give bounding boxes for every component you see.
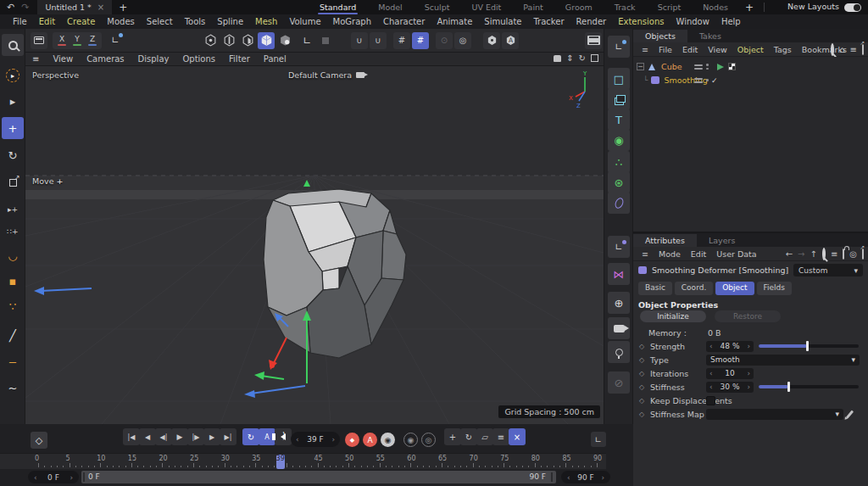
- layout-tab-nodes[interactable]: Nodes: [693, 1, 738, 14]
- om-menu-tags[interactable]: Tags: [769, 45, 797, 54]
- menu-volume[interactable]: Volume: [283, 17, 326, 26]
- texture-mode-button[interactable]: [276, 32, 293, 49]
- attr-target-icon[interactable]: ◎: [849, 249, 857, 259]
- layout-tab-uv-edit[interactable]: UV Edit: [461, 1, 511, 14]
- model-mode-button[interactable]: [258, 32, 275, 49]
- document-tab[interactable]: Untitled 1 * ×: [37, 0, 112, 14]
- menu-select[interactable]: Select: [141, 17, 179, 26]
- tree-row-cube[interactable]: − Cube: [633, 60, 868, 73]
- tweak-selection-tool[interactable]: ▸: [2, 90, 24, 112]
- auto-snap-button[interactable]: A: [502, 32, 519, 49]
- workplane-mode-button[interactable]: [317, 32, 334, 49]
- slider-handle[interactable]: [787, 382, 790, 392]
- increment-icon[interactable]: ›: [747, 342, 750, 350]
- axis-ring-button[interactable]: ◎: [454, 32, 471, 49]
- axis-center-button[interactable]: ⊙: [436, 32, 453, 49]
- layout-tab-groom[interactable]: Groom: [555, 1, 603, 14]
- flag-tag-icon[interactable]: [717, 64, 724, 70]
- attr-forward-icon[interactable]: →: [798, 249, 804, 259]
- tree-row-smoothing[interactable]: └ Smoothing ✓: [633, 74, 868, 87]
- attr-filter-icon[interactable]: ≡: [831, 249, 837, 259]
- enable-axis-button[interactable]: ∪: [351, 32, 368, 49]
- type-dropdown[interactable]: Smooth ▾: [706, 355, 860, 366]
- move-keys-button[interactable]: +: [444, 428, 461, 445]
- object-name[interactable]: Cube: [661, 62, 682, 71]
- multi-move-tool[interactable]: ∷+: [2, 221, 24, 243]
- rotate-tool[interactable]: ↻: [2, 144, 24, 166]
- cube-primitive-tool[interactable]: [608, 88, 630, 110]
- maximize-view-icon[interactable]: [591, 54, 598, 62]
- spline-square-pen-tool[interactable]: ▪: [2, 270, 24, 292]
- menu-modes[interactable]: Modes: [101, 17, 140, 26]
- decrement-icon[interactable]: ‹: [709, 342, 713, 350]
- key-diamond-icon[interactable]: ◇: [639, 356, 644, 364]
- om-menu-edit[interactable]: Edit: [677, 45, 703, 54]
- layers-button[interactable]: ≡: [492, 428, 509, 445]
- attr-back-icon[interactable]: ←: [786, 249, 793, 259]
- tab-attributes[interactable]: Attributes: [633, 234, 697, 247]
- key-diamond-icon[interactable]: ◇: [639, 383, 644, 391]
- pan-view-icon[interactable]: [554, 55, 561, 62]
- view-label[interactable]: Perspective: [32, 70, 79, 80]
- menu-window[interactable]: Window: [670, 17, 715, 26]
- increment-icon[interactable]: ›: [747, 383, 750, 391]
- subdivision-surface-tool[interactable]: ◉: [608, 129, 630, 151]
- layer-icon[interactable]: [694, 77, 703, 84]
- menu-render[interactable]: Render: [570, 17, 613, 26]
- squiggle-pen-tool[interactable]: ~: [2, 377, 24, 399]
- goto-end-button[interactable]: ▶|: [220, 428, 236, 445]
- edit-shader-icon[interactable]: [846, 410, 854, 418]
- section-tab-object[interactable]: Object: [715, 282, 754, 295]
- points-mode-button[interactable]: [202, 32, 219, 49]
- menu-character[interactable]: Character: [377, 17, 431, 26]
- strength-slider[interactable]: [759, 344, 859, 348]
- move-tool[interactable]: +: [2, 117, 24, 139]
- state-dots-icon[interactable]: [706, 64, 709, 70]
- menu-simulate[interactable]: Simulate: [478, 17, 527, 26]
- menu-spline[interactable]: Spline: [211, 17, 249, 26]
- attr-hamburger-icon[interactable]: ≡: [637, 249, 654, 259]
- layout-toggle[interactable]: [844, 3, 861, 12]
- spline-dots-pen-tool[interactable]: ∵: [2, 295, 24, 317]
- sky-tool[interactable]: ⊕: [608, 292, 630, 314]
- prev-key-button[interactable]: ◀: [139, 428, 156, 445]
- axis-lock-z[interactable]: Z: [86, 32, 99, 49]
- field-tool[interactable]: ∟: [608, 236, 630, 258]
- section-tab-coord-[interactable]: Coord.: [675, 282, 713, 295]
- om-home-icon[interactable]: ⌂: [839, 45, 844, 54]
- frame-selected-button[interactable]: [31, 32, 47, 49]
- key-diamond-icon[interactable]: ◇: [639, 397, 644, 405]
- text-tool[interactable]: T: [608, 109, 630, 131]
- tab-takes[interactable]: Takes: [687, 30, 733, 42]
- close-tab-icon[interactable]: ×: [97, 3, 104, 12]
- decrement-icon[interactable]: ‹: [296, 435, 299, 444]
- light-tool[interactable]: [608, 341, 630, 363]
- new-layouts-label[interactable]: New Layouts: [787, 2, 839, 11]
- key-diamond-icon[interactable]: ◇: [639, 343, 644, 350]
- position-toggle-button[interactable]: ◉: [403, 433, 418, 447]
- stiffness-slider[interactable]: [759, 385, 859, 388]
- orbit-view-icon[interactable]: ↻: [579, 53, 586, 63]
- attr-up-icon[interactable]: ↑: [810, 249, 816, 259]
- section-tab-basic[interactable]: Basic: [638, 282, 672, 295]
- next-key-button[interactable]: ▶: [203, 428, 220, 445]
- live-selection-tool[interactable]: ▸: [2, 64, 24, 87]
- keyframe-selection-button[interactable]: ◉: [381, 433, 395, 447]
- scale-keys-button[interactable]: ▱: [476, 428, 493, 445]
- cursor-move-tool[interactable]: ▸+: [2, 198, 24, 221]
- render-view-button[interactable]: [585, 32, 602, 49]
- om-export-icon[interactable]: [862, 45, 864, 54]
- menu-edit[interactable]: Edit: [33, 17, 61, 26]
- workplane-grid-button[interactable]: #: [393, 32, 410, 49]
- viewport-menu-view[interactable]: View: [46, 54, 80, 64]
- loop-playback-button[interactable]: ↻: [242, 428, 259, 445]
- menu-tools[interactable]: Tools: [179, 17, 212, 26]
- layout-tab-standard[interactable]: Standard: [309, 1, 366, 14]
- expander-icon[interactable]: −: [637, 63, 644, 70]
- menu-animate[interactable]: Animate: [431, 17, 478, 26]
- preset-dropdown[interactable]: Custom ▾: [793, 264, 863, 277]
- initialize-button[interactable]: Initialize: [640, 310, 706, 322]
- menu-file[interactable]: File: [7, 17, 33, 26]
- layer-icon[interactable]: [694, 64, 703, 70]
- rectangle-spline-tool[interactable]: □: [608, 68, 630, 90]
